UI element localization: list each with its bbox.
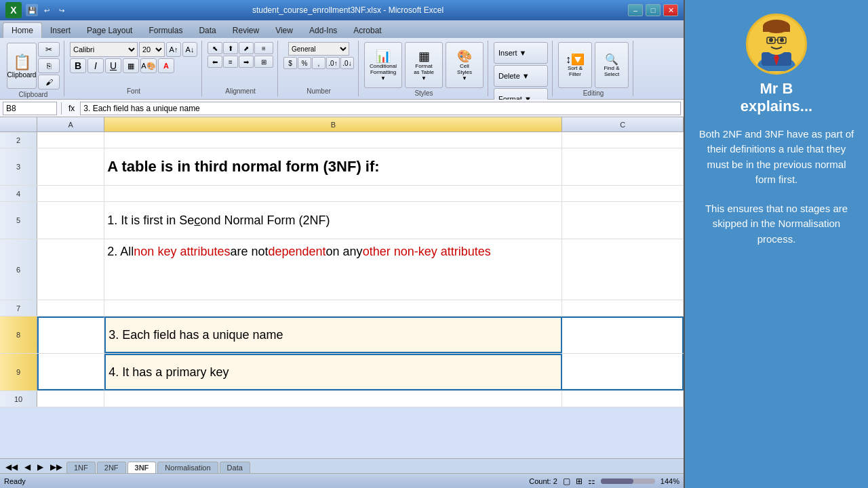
delete-btn[interactable]: Delete ▼	[494, 65, 548, 87]
cell-b9[interactable]: 4. It has a primary key	[104, 354, 562, 390]
page-break-view-btn[interactable]: ⚏	[588, 476, 595, 486]
underline-btn[interactable]: U	[105, 58, 121, 73]
sheet-tab-1nf[interactable]: 1NF	[66, 462, 96, 473]
align-mid-left-btn[interactable]: ⬅	[208, 56, 222, 68]
currency-btn[interactable]: $	[283, 57, 297, 69]
cell-c9[interactable]	[562, 354, 684, 390]
align-top-left-btn[interactable]: ⬉	[208, 42, 222, 54]
zoom-slider[interactable]	[601, 479, 655, 484]
sheet-tab-2nf[interactable]: 2NF	[97, 462, 126, 473]
increase-decimal-btn[interactable]: .0↑	[326, 57, 340, 69]
cell-a2[interactable]	[37, 132, 104, 148]
insert-btn[interactable]: Insert ▼	[494, 42, 548, 64]
cell-a4[interactable]	[37, 186, 104, 201]
cell-c6[interactable]	[562, 239, 684, 300]
cell-b8[interactable]: 3. Each field has a unique name	[104, 317, 562, 353]
prev-sheet-btn[interactable]: ◀◀	[3, 461, 20, 473]
increase-font-btn[interactable]: A↑	[166, 42, 181, 57]
cell-b10[interactable]	[104, 391, 562, 407]
percent-btn[interactable]: %	[298, 57, 311, 69]
bold-btn[interactable]: B	[70, 58, 86, 73]
cell-b2[interactable]	[104, 132, 562, 148]
undo-btn[interactable]: ↩	[41, 4, 53, 16]
tab-home[interactable]: Home	[3, 22, 42, 38]
align-mid-right-btn[interactable]: ➡	[239, 56, 254, 68]
tab-insert[interactable]: Insert	[42, 23, 79, 38]
wrap-text-btn[interactable]: ≡	[254, 42, 273, 54]
cell-c4[interactable]	[562, 186, 684, 201]
tab-data[interactable]: Data	[191, 23, 224, 38]
decrease-decimal-btn[interactable]: .0↓	[340, 57, 354, 69]
col-header-a[interactable]: A	[37, 117, 104, 131]
font-name-select[interactable]: Calibri	[70, 42, 138, 57]
normal-view-btn[interactable]: ▢	[563, 476, 570, 486]
cell-c7[interactable]	[562, 300, 684, 316]
find-select-btn[interactable]: 🔍 Find &Select	[595, 42, 629, 88]
next-sheet-one-btn[interactable]: ▶	[35, 461, 46, 473]
format-as-table-btn[interactable]: ▦ Formatas Table ▼	[405, 42, 443, 88]
sheet-tab-3nf[interactable]: 3NF	[127, 462, 157, 473]
cell-b7[interactable]	[104, 300, 562, 316]
font-color-btn[interactable]: A	[158, 58, 174, 73]
cell-b4[interactable]	[104, 186, 562, 201]
col-header-c[interactable]: C	[562, 117, 684, 131]
tab-view[interactable]: View	[267, 23, 301, 38]
tab-addins[interactable]: Add-Ins	[301, 23, 345, 38]
italic-btn[interactable]: I	[87, 58, 104, 73]
cell-c10[interactable]	[562, 391, 684, 407]
font-size-select[interactable]: 20	[139, 42, 165, 57]
cut-button[interactable]: ✂	[38, 42, 60, 57]
page-layout-view-btn[interactable]: ⊞	[576, 476, 583, 486]
cell-a10[interactable]	[37, 391, 104, 407]
sheet-tab-normalisation[interactable]: Normalisation	[157, 462, 218, 473]
align-top-right-btn[interactable]: ⬈	[239, 42, 254, 54]
format-table-icon: ▦	[418, 49, 430, 64]
align-top-center-btn[interactable]: ⬆	[223, 42, 238, 54]
border-btn[interactable]: ▦	[123, 58, 139, 73]
minimize-btn[interactable]: –	[628, 4, 643, 16]
cell-b5[interactable]: 1. It is first in Second Normal Form (2N…	[104, 202, 562, 239]
cell-a8[interactable]	[37, 317, 104, 353]
sort-filter-btn[interactable]: ↕🔽 Sort &Filter	[558, 42, 592, 88]
cell-b3[interactable]: A table is in third normal form (3NF) if…	[104, 148, 562, 185]
merge-center-btn[interactable]: ⊞	[254, 56, 273, 68]
decrease-font-btn[interactable]: A↓	[182, 42, 197, 57]
cell-b6[interactable]: 2. All non key attributes are not depend…	[104, 239, 562, 300]
format-painter-button[interactable]: 🖌	[38, 75, 60, 89]
sheet-tab-data[interactable]: Data	[220, 462, 250, 473]
formula-input[interactable]	[80, 102, 681, 115]
quick-save[interactable]: 💾	[26, 4, 38, 16]
tab-review[interactable]: Review	[224, 23, 267, 38]
number-format-select[interactable]: General	[288, 42, 349, 56]
cell-styles-btn[interactable]: 🎨 CellStyles ▼	[446, 42, 484, 88]
cell-c5[interactable]	[562, 202, 684, 239]
cell-a9[interactable]	[37, 354, 104, 390]
cell-c3[interactable]	[562, 148, 684, 185]
conditional-formatting-btn[interactable]: 📊 ConditionalFormatting ▼	[364, 42, 402, 88]
tab-formulas[interactable]: Formulas	[140, 23, 191, 38]
align-mid-center-btn[interactable]: ≡	[223, 56, 238, 68]
row-header-2: 2	[0, 132, 37, 148]
cell-a5[interactable]	[37, 202, 104, 239]
close-btn[interactable]: ✕	[663, 4, 678, 16]
tab-acrobat[interactable]: Acrobat	[345, 23, 389, 38]
cell-c8[interactable]	[562, 317, 684, 353]
function-btn[interactable]: fx	[66, 104, 77, 113]
next-sheet-btn[interactable]: ▶▶	[47, 461, 65, 473]
cell-c2[interactable]	[562, 132, 684, 148]
cell-a6[interactable]	[37, 239, 104, 300]
cell-a7[interactable]	[37, 300, 104, 316]
col-header-b[interactable]: B	[104, 117, 562, 131]
maximize-btn[interactable]: □	[646, 4, 660, 16]
redo-btn[interactable]: ↪	[56, 4, 68, 16]
tab-page-layout[interactable]: Page Layout	[79, 23, 140, 38]
table-row: 2	[0, 132, 684, 148]
row6-text1: 2. All	[107, 245, 134, 259]
cell-reference-box[interactable]	[3, 102, 57, 115]
comma-btn[interactable]: ,	[312, 57, 326, 69]
copy-button[interactable]: ⎘	[38, 58, 60, 73]
prev-sheet-one-btn[interactable]: ◀	[22, 461, 33, 473]
fill-color-btn[interactable]: A🎨	[140, 58, 157, 73]
cell-a3[interactable]	[37, 148, 104, 185]
paste-button[interactable]: 📋 Clipboard	[7, 43, 37, 89]
